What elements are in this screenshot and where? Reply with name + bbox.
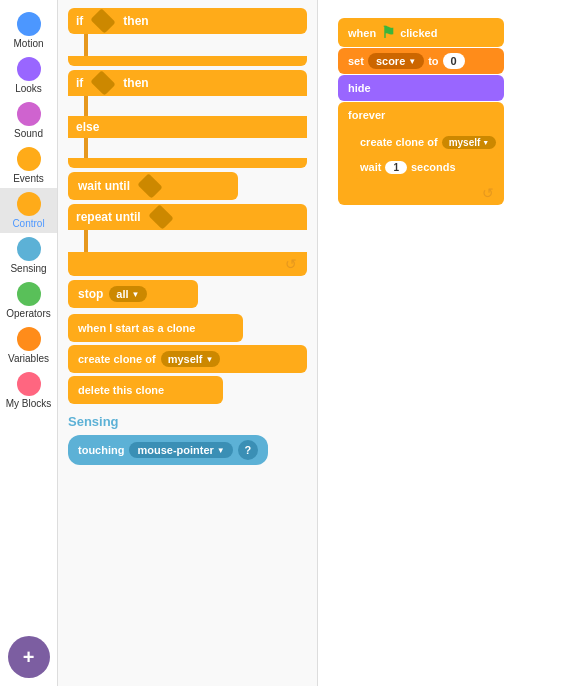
sidebar-label-control: Control — [12, 218, 44, 229]
sidebar-label-myblocks: My Blocks — [6, 398, 52, 409]
stop-block[interactable]: stop all ▼ — [68, 280, 307, 308]
clicked-label: clicked — [400, 27, 437, 39]
looks-icon — [17, 57, 41, 81]
forever-inner: create clone of myself ▼ wait 1 seconds — [352, 128, 504, 181]
sidebar-label-motion: Motion — [13, 38, 43, 49]
create-clone-arrow: ▼ — [206, 355, 214, 364]
if-then-else-block[interactable]: if then else — [68, 70, 307, 168]
sound-icon — [17, 102, 41, 126]
touching-dropdown[interactable]: mouse-pointer ▼ — [129, 442, 232, 458]
canvas-wait-value[interactable]: 1 — [385, 161, 407, 174]
sidebar-item-motion[interactable]: Motion — [0, 8, 57, 53]
motion-icon — [17, 12, 41, 36]
forever-label: forever — [348, 109, 385, 121]
sidebar: Motion Looks Sound Events Control Sensin… — [0, 0, 58, 686]
then-label-2: then — [123, 76, 148, 90]
when-flag-clicked-block[interactable]: when ⚑ clicked — [338, 18, 504, 47]
diamond-input-4 — [148, 204, 173, 229]
create-clone-block[interactable]: create clone of myself ▼ — [68, 345, 307, 373]
diamond-input-3 — [137, 173, 162, 198]
repeat-until-label: repeat until — [76, 210, 141, 224]
score-dropdown[interactable]: score ▼ — [368, 53, 424, 69]
sensing-icon — [17, 237, 41, 261]
canvas-create-clone-block[interactable]: create clone of myself ▼ — [352, 130, 504, 154]
sidebar-item-control[interactable]: Control — [0, 188, 57, 233]
set-score-block[interactable]: set score ▼ to 0 — [338, 48, 504, 74]
if-label-1: if — [76, 14, 83, 28]
hide-block[interactable]: hide — [338, 75, 504, 101]
score-value[interactable]: 0 — [443, 53, 465, 69]
sidebar-label-operators: Operators — [6, 308, 50, 319]
sidebar-label-looks: Looks — [15, 83, 42, 94]
to-label: to — [428, 55, 438, 67]
set-label: set — [348, 55, 364, 67]
else-label: else — [76, 120, 99, 134]
canvas-script: when ⚑ clicked set score ▼ to 0 hide — [338, 18, 504, 206]
sidebar-label-sensing: Sensing — [10, 263, 46, 274]
canvas-area: when ⚑ clicked set score ▼ to 0 hide — [318, 0, 587, 686]
canvas-seconds-label: seconds — [411, 161, 456, 173]
add-extension-button[interactable]: + — [8, 636, 50, 678]
diamond-input-2 — [91, 70, 116, 95]
delete-clone-label: delete this clone — [78, 384, 164, 396]
stop-dropdown[interactable]: all ▼ — [109, 286, 146, 302]
events-icon — [17, 147, 41, 171]
sensing-section-header: Sensing — [68, 414, 307, 429]
touching-question-mark: ? — [238, 440, 258, 460]
wait-until-block[interactable]: wait until — [68, 172, 307, 200]
sidebar-label-sound: Sound — [14, 128, 43, 139]
when-clone-label: when I start as a clone — [78, 322, 195, 334]
blocks-panel: if then if then else wait until repeat u… — [58, 0, 318, 686]
myblocks-icon — [17, 372, 41, 396]
touching-dropdown-arrow: ▼ — [217, 446, 225, 455]
sidebar-item-myblocks[interactable]: My Blocks — [0, 368, 57, 413]
canvas-myself-dropdown[interactable]: myself ▼ — [442, 136, 497, 149]
loop-arrow-forever: ↺ — [482, 185, 494, 201]
hide-label: hide — [348, 82, 371, 94]
operators-icon — [17, 282, 41, 306]
diamond-input-1 — [91, 8, 116, 33]
if-label-2: if — [76, 76, 83, 90]
sidebar-label-events: Events — [13, 173, 44, 184]
canvas-wait-block[interactable]: wait 1 seconds — [352, 155, 504, 179]
control-icon — [17, 192, 41, 216]
wait-until-label: wait until — [78, 179, 130, 193]
canvas-wait-label: wait — [360, 161, 381, 173]
flag-icon: ⚑ — [381, 23, 395, 42]
delete-clone-block[interactable]: delete this clone — [68, 376, 307, 404]
sidebar-item-variables[interactable]: Variables — [0, 323, 57, 368]
when-clone-block[interactable]: when I start as a clone — [68, 314, 307, 342]
stop-label: stop — [78, 287, 103, 301]
if-then-block-1[interactable]: if then — [68, 8, 307, 66]
variables-icon — [17, 327, 41, 351]
canvas-myself-label: myself — [449, 137, 481, 148]
create-clone-dropdown[interactable]: myself ▼ — [161, 351, 221, 367]
create-clone-label: create clone of — [78, 353, 156, 365]
sidebar-item-sound[interactable]: Sound — [0, 98, 57, 143]
forever-label-row: forever — [338, 102, 504, 128]
then-label-1: then — [123, 14, 148, 28]
sidebar-item-operators[interactable]: Operators — [0, 278, 57, 323]
repeat-until-block[interactable]: repeat until ↺ — [68, 204, 307, 276]
forever-bottom: ↺ — [338, 181, 504, 205]
loop-arrow-repeat: ↺ — [285, 256, 297, 272]
sidebar-label-variables: Variables — [8, 353, 49, 364]
forever-block[interactable]: forever create clone of myself ▼ wait — [338, 102, 504, 205]
score-label: score — [376, 55, 405, 67]
sidebar-item-sensing[interactable]: Sensing — [0, 233, 57, 278]
canvas-create-clone-label: create clone of — [360, 136, 438, 148]
when-label: when — [348, 27, 376, 39]
touching-block[interactable]: touching mouse-pointer ▼ ? — [68, 435, 307, 465]
touching-label: touching — [78, 444, 124, 456]
stop-dropdown-arrow: ▼ — [132, 290, 140, 299]
sidebar-item-looks[interactable]: Looks — [0, 53, 57, 98]
sidebar-item-events[interactable]: Events — [0, 143, 57, 188]
